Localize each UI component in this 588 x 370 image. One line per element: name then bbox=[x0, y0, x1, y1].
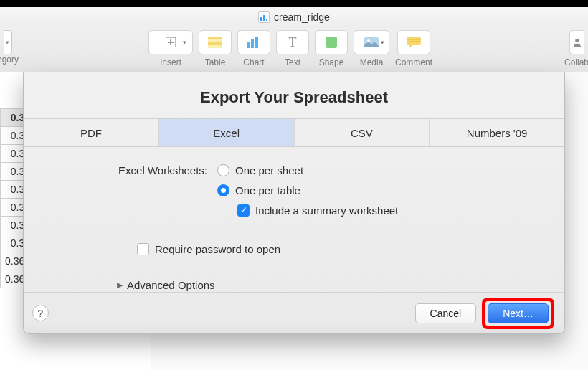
window-title: cream_ridge bbox=[274, 11, 330, 23]
table-button[interactable] bbox=[199, 30, 232, 54]
export-sheet-modal: Export Your Spreadsheet PDFExcelCSVNumbe… bbox=[23, 72, 565, 334]
radio-one-per-sheet-label: One per sheet bbox=[235, 164, 303, 176]
comment-icon bbox=[407, 37, 421, 48]
comment-label: Comment bbox=[395, 57, 432, 67]
svg-rect-7 bbox=[255, 37, 258, 48]
disclosure-triangle-icon: ▶ bbox=[117, 280, 123, 290]
summary-checkbox[interactable]: ✓ bbox=[237, 204, 250, 217]
table-icon bbox=[208, 37, 222, 48]
svg-rect-6 bbox=[251, 39, 254, 48]
radio-one-per-table[interactable] bbox=[217, 184, 229, 196]
tutorial-highlight: Next… bbox=[482, 298, 554, 329]
svg-rect-8 bbox=[326, 37, 337, 48]
tab-csv[interactable]: CSV bbox=[295, 119, 430, 146]
insert-label: Insert bbox=[160, 57, 181, 67]
collaborate-label-fragment: Collab bbox=[564, 57, 588, 67]
svg-rect-5 bbox=[247, 42, 250, 48]
media-button[interactable] bbox=[354, 30, 389, 54]
table-label: Table bbox=[205, 57, 226, 67]
shape-label: Shape bbox=[319, 57, 344, 67]
help-button[interactable]: ? bbox=[32, 305, 49, 321]
svg-point-14 bbox=[575, 39, 579, 42]
advanced-options-disclosure[interactable]: ▶ Advanced Options bbox=[117, 279, 564, 291]
svg-rect-1 bbox=[208, 37, 222, 39]
chart-icon bbox=[246, 37, 262, 48]
media-icon bbox=[364, 37, 379, 47]
plus-icon bbox=[166, 37, 176, 47]
insert-button[interactable] bbox=[148, 30, 193, 54]
export-format-tabs: PDFExcelCSVNumbers '09 bbox=[24, 118, 564, 147]
shape-button[interactable] bbox=[315, 30, 348, 54]
svg-rect-2 bbox=[208, 39, 222, 42]
radio-one-per-table-label: One per table bbox=[235, 184, 300, 196]
advanced-options-label: Advanced Options bbox=[127, 279, 215, 291]
collaborate-button-fragment[interactable] bbox=[569, 30, 584, 54]
toolbar: ▾ egory Insert Table Chart T Text bbox=[0, 27, 588, 72]
summary-checkbox-label: Include a summary worksheet bbox=[255, 204, 398, 217]
person-icon bbox=[573, 37, 582, 48]
radio-one-per-sheet[interactable] bbox=[217, 164, 229, 176]
window-black-bar bbox=[0, 0, 588, 7]
worksheets-label: Excel Worksheets: bbox=[24, 164, 217, 176]
shape-icon bbox=[325, 36, 338, 49]
password-checkbox[interactable] bbox=[137, 243, 149, 255]
text-button[interactable]: T bbox=[276, 30, 309, 54]
comment-button[interactable] bbox=[397, 30, 430, 54]
svg-rect-4 bbox=[208, 45, 222, 48]
media-label: Media bbox=[360, 57, 384, 67]
chart-button[interactable] bbox=[237, 30, 270, 54]
tab-excel[interactable]: Excel bbox=[159, 119, 295, 146]
title-bar: cream_ridge bbox=[0, 7, 588, 27]
next-button[interactable]: Next… bbox=[488, 303, 549, 323]
tab-pdf[interactable]: PDF bbox=[24, 119, 159, 146]
text-icon: T bbox=[288, 35, 296, 50]
text-label: Text bbox=[285, 57, 300, 67]
modal-title: Export Your Spreadsheet bbox=[24, 72, 564, 118]
category-button-fragment[interactable]: ▾ bbox=[4, 30, 12, 54]
chart-label: Chart bbox=[243, 57, 264, 67]
svg-rect-3 bbox=[208, 42, 222, 45]
svg-rect-11 bbox=[407, 37, 421, 45]
document-icon bbox=[258, 11, 270, 23]
password-checkbox-label: Require password to open bbox=[155, 243, 280, 255]
cancel-button[interactable]: Cancel bbox=[415, 303, 477, 323]
tab-numbers-09[interactable]: Numbers '09 bbox=[430, 119, 564, 146]
